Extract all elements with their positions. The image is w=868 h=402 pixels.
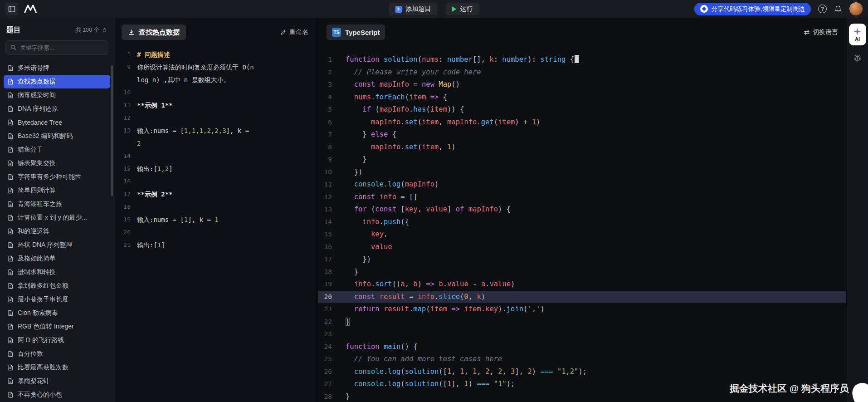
code-area[interactable]: 1 function solution(nums: number[], k: n… <box>318 46 846 402</box>
markdown-row[interactable]: 13 输入:nums = [1,1,1,2,2,3], k = <box>114 124 316 137</box>
code-text: } <box>346 153 367 166</box>
sidebar-item[interactable]: 多米诺骨牌 <box>4 61 110 75</box>
document-icon <box>7 283 14 289</box>
code-line[interactable]: 2 // Please write your code here <box>318 66 846 79</box>
markdown-row[interactable]: 16 <box>114 175 316 188</box>
markdown-row[interactable]: 17 **示例 2** <box>114 188 316 201</box>
markdown-text: **示例 2** <box>137 188 173 201</box>
code-text: console.log(solution([1, 1, 1, 2, 2, 3],… <box>346 366 587 378</box>
code-line[interactable]: 11 console.log(mapInfo) <box>318 178 846 191</box>
sidebar-item[interactable]: 最小替换子串长度 <box>4 293 110 306</box>
sidebar-item[interactable]: 及格如此简单 <box>4 252 110 265</box>
marscode-logo[interactable] <box>24 4 39 14</box>
sidebar-item[interactable]: 和的逆运算 <box>4 225 110 238</box>
code-line[interactable]: 14 info.push({ <box>318 216 846 229</box>
sidebar-item[interactable]: RGB 色值转 Integer <box>4 320 110 333</box>
code-line[interactable]: 12 const info = [] <box>318 191 846 204</box>
code-line[interactable]: 20 const result = info.slice(0, k) <box>318 291 846 304</box>
help-icon[interactable]: ? <box>818 5 827 13</box>
markdown-row[interactable]: 15 输出:[1,2] <box>114 162 316 175</box>
code-line[interactable]: 25 // You can add more test cases here <box>318 353 846 366</box>
debug-button[interactable] <box>853 54 862 63</box>
code-line[interactable]: 16 value <box>318 241 846 254</box>
markdown-row[interactable]: 2 <box>114 137 316 150</box>
sidebar-item-label: 环状 DNA 序列整理 <box>18 241 73 249</box>
code-line[interactable]: 28 } <box>318 391 846 402</box>
code-line[interactable]: 13 for (const [key, value] of mapInfo) { <box>318 203 846 216</box>
code-line[interactable]: 23 <box>318 328 846 341</box>
share-banner-button[interactable]: 分享代码练习体验,领限量定制周边 <box>694 3 811 15</box>
chevron-up-down-icon[interactable] <box>102 27 107 33</box>
sidebar-item[interactable]: Base32 编码和解码 <box>4 129 110 143</box>
code-line[interactable]: 5 if (mapInfo.has(item)) { <box>318 103 846 116</box>
markdown-row[interactable]: 18 <box>114 201 316 213</box>
sidebar-item[interactable]: 计算位置 x 到 y 的最少... <box>4 211 110 225</box>
markdown-row[interactable]: log n) ,其中 n 是数组大小。 <box>114 74 316 86</box>
code-line[interactable]: 10 }) <box>318 166 846 179</box>
code-line[interactable]: 4 nums.forEach(item => { <box>318 91 846 104</box>
search-input[interactable] <box>20 44 103 51</box>
code-line[interactable]: 22 } <box>318 316 846 328</box>
sidebar-item[interactable]: 查找热点数据 <box>4 75 110 88</box>
bell-icon[interactable] <box>834 5 842 13</box>
sidebar-item-label: 拿到最多红包金额 <box>18 282 68 290</box>
switch-language-button[interactable]: ⇄ 切换语言 <box>804 28 838 36</box>
sidebar-item[interactable]: 青海湖租车之旅 <box>4 197 110 211</box>
search-box <box>5 40 108 55</box>
sidebar-item[interactable]: DNA 序列还原 <box>4 102 110 116</box>
sidebar-item[interactable]: 环状 DNA 序列整理 <box>4 238 110 252</box>
code-line[interactable]: 9 } <box>318 153 846 166</box>
code-line[interactable]: 21 return result.map(item => item.key).j… <box>318 303 846 316</box>
code-line[interactable]: 8 mapInfo.set(item, 1) <box>318 141 846 154</box>
code-line[interactable]: 15 key, <box>318 228 846 241</box>
rename-button[interactable]: 重命名 <box>280 28 308 36</box>
sidebar-item[interactable]: 病毒感染时间 <box>4 88 110 102</box>
sidebar-item[interactable]: 链表聚集交换 <box>4 157 110 170</box>
sidebar-item[interactable]: Bytedance Tree <box>4 116 110 129</box>
language-selector[interactable]: TS TypeScript <box>327 25 385 40</box>
add-problem-button[interactable]: + 添加题目 <box>389 3 438 15</box>
code-line[interactable]: 1 function solution(nums: number[], k: n… <box>318 54 846 66</box>
sidebar-scrollbar[interactable] <box>111 65 113 196</box>
sidebar-item[interactable]: 进制求和转换 <box>4 265 110 279</box>
sidebar-item[interactable]: 字符串有多少种可能性 <box>4 170 110 184</box>
line-number: 28 <box>318 391 346 402</box>
sidebar-item[interactable]: 暴雨梨花针 <box>4 374 110 388</box>
line-number: 26 <box>318 366 346 378</box>
avatar[interactable] <box>849 2 863 15</box>
markdown-row[interactable]: 14 <box>114 150 316 162</box>
markdown-row[interactable]: 1 # 问题描述 <box>114 48 316 61</box>
code-line[interactable]: 18 } <box>318 266 846 279</box>
markdown-row[interactable]: 10 <box>114 86 316 99</box>
code-line[interactable]: 3 const mapInfo = new Map() <box>318 78 846 91</box>
markdown-row[interactable]: 21 输出:[1] <box>114 239 316 251</box>
sidebar-toggle-button[interactable] <box>5 3 18 15</box>
markdown-row[interactable]: 19 输入:nums = [1], k = 1 <box>114 213 316 226</box>
code-line[interactable]: 6 mapInfo.set(item, mapInfo.get(item) + … <box>318 116 846 129</box>
sidebar-item[interactable]: Cion 勒索病毒 <box>4 306 110 320</box>
problem-title-button[interactable]: 查找热点数据 <box>122 25 186 40</box>
sidebar-item[interactable]: 阿 D 的飞行路线 <box>4 333 110 347</box>
line-number: 10 <box>318 166 346 179</box>
sidebar-item[interactable]: 简单四则计算 <box>4 184 110 197</box>
code-line[interactable]: 27 console.log(solution([1], 1) === "1")… <box>318 378 846 391</box>
problem-body[interactable]: 1 # 问题描述 9 你所设计算法的时间复杂度必须优于 O(n log n) ,… <box>114 46 316 402</box>
logo-icon <box>24 4 39 14</box>
markdown-row[interactable]: 20 <box>114 226 316 239</box>
ai-assistant-button[interactable]: AI <box>849 24 866 45</box>
sidebar-item[interactable]: 猫鱼分干 <box>4 143 110 157</box>
markdown-row[interactable]: 12 <box>114 112 316 124</box>
code-line[interactable]: 7 } else { <box>318 128 846 141</box>
sidebar-item[interactable]: 百分位数 <box>4 347 110 361</box>
code-line[interactable]: 19 info.sort((a, b) => b.value - a.value… <box>318 278 846 291</box>
line-number: 23 <box>318 328 346 341</box>
sidebar-item[interactable]: 不再贪心的小包 <box>4 388 110 402</box>
sidebar-item[interactable]: 拿到最多红包金额 <box>4 279 110 293</box>
run-button[interactable]: 运行 <box>446 3 479 15</box>
sidebar-item[interactable]: 比赛最高获胜次数 <box>4 361 110 374</box>
code-line[interactable]: 24 function main() { <box>318 341 846 353</box>
code-line[interactable]: 17 }) <box>318 253 846 266</box>
markdown-row[interactable]: 11 **示例 1** <box>114 99 316 112</box>
code-line[interactable]: 26 console.log(solution([1, 1, 1, 2, 2, … <box>318 366 846 378</box>
markdown-row[interactable]: 9 你所设计算法的时间复杂度必须优于 O(n <box>114 61 316 74</box>
